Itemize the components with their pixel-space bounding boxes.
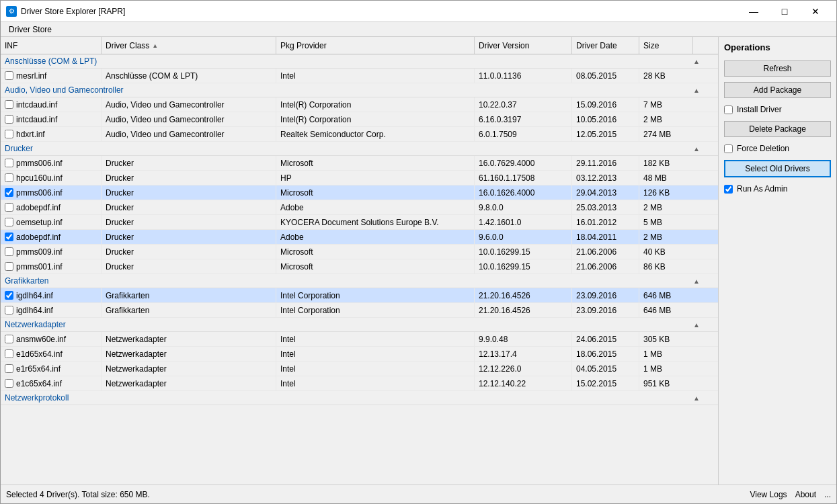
driver-class-cell: Netzwerkadapter (102, 347, 276, 361)
row-checkbox[interactable] (5, 306, 13, 314)
table-row[interactable]: e1r65x64.inf Netzwerkadapter Intel 12.12… (1, 362, 718, 376)
row-checkbox-cell[interactable]: adobepdf.inf (1, 230, 102, 244)
row-checkbox[interactable] (5, 335, 13, 343)
table-row[interactable]: e1c65x64.inf Netzwerkadapter Intel 12.12… (1, 376, 718, 391)
inf-filename: pmms001.inf (16, 262, 63, 271)
table-row[interactable]: oemsetup.inf Drucker KYOCERA Document So… (1, 215, 718, 230)
col-pkg-provider[interactable]: Pkg Provider (276, 37, 475, 54)
select-old-drivers-button[interactable]: Select Old Drivers (724, 160, 831, 177)
menu-driver-store[interactable]: Driver Store (3, 24, 57, 36)
force-deletion-checkbox[interactable] (724, 144, 733, 153)
category-row[interactable]: Netzwerkadapter ▲ (1, 318, 718, 332)
row-checkbox-cell[interactable]: hpcu160u.inf (1, 171, 102, 185)
inf-filename: pmms006.inf (16, 159, 63, 168)
row-checkbox[interactable] (5, 71, 13, 80)
pkg-provider-cell: Intel (276, 376, 475, 390)
force-deletion-label[interactable]: Force Deletion (737, 144, 789, 153)
col-driver-class[interactable]: Driver Class ▲ (102, 37, 276, 54)
category-row[interactable]: Drucker ▲ (1, 142, 718, 156)
row-checkbox[interactable] (5, 173, 13, 182)
delete-package-button[interactable]: Delete Package (724, 121, 831, 137)
row-checkbox-cell[interactable]: hdxrt.inf (1, 127, 102, 141)
table-row[interactable]: igdlh64.inf Grafikkarten Intel Corporati… (1, 303, 718, 318)
table-row[interactable]: pmms006.inf Drucker Microsoft 16.0.1626.… (1, 185, 718, 200)
row-checkbox-cell[interactable]: pmms009.inf (1, 245, 102, 259)
col-driver-date[interactable]: Driver Date (572, 37, 639, 54)
category-row[interactable]: Netzwerkprotokoll ▲ (1, 391, 718, 405)
row-checkbox-cell[interactable]: ansmw60e.inf (1, 332, 102, 346)
category-row[interactable]: Grafikkarten ▲ (1, 274, 718, 288)
pkg-provider-cell: Microsoft (276, 245, 475, 259)
size-cell: 305 KB (639, 332, 693, 346)
row-checkbox-cell[interactable]: intcdaud.inf (1, 112, 102, 126)
row-checkbox[interactable] (5, 159, 13, 167)
row-checkbox-cell[interactable]: oemsetup.inf (1, 215, 102, 229)
row-checkbox[interactable] (5, 233, 13, 241)
row-checkbox-cell[interactable]: intcdaud.inf (1, 97, 102, 112)
row-checkbox[interactable] (5, 218, 13, 226)
maximize-button[interactable]: □ (769, 1, 800, 22)
table-row[interactable]: pmms006.inf Drucker Microsoft 16.0.7629.… (1, 156, 718, 171)
col-driver-version[interactable]: Driver Version (475, 37, 572, 54)
row-checkbox-cell[interactable]: pmms006.inf (1, 185, 102, 200)
category-row[interactable]: Anschlüsse (COM & LPT) ▲ (1, 54, 718, 69)
row-checkbox-cell[interactable]: pmms006.inf (1, 156, 102, 170)
table-row[interactable]: igdlh64.inf Grafikkarten Intel Corporati… (1, 288, 718, 303)
category-collapse-arrow: ▲ (693, 321, 700, 329)
row-checkbox-cell[interactable]: e1d65x64.inf (1, 347, 102, 361)
category-name: Drucker (5, 144, 33, 153)
row-checkbox-cell[interactable]: e1c65x64.inf (1, 376, 102, 390)
table-row[interactable]: intcdaud.inf Audio, Video und Gamecontro… (1, 112, 718, 127)
row-checkbox[interactable] (5, 364, 13, 373)
row-checkbox[interactable] (5, 130, 13, 138)
category-cell: Drucker ▲ (1, 142, 704, 155)
driver-date-cell: 08.05.2015 (572, 69, 639, 83)
size-cell: 40 KB (639, 245, 693, 259)
row-checkbox[interactable] (5, 115, 13, 124)
minimize-button[interactable]: — (738, 1, 769, 22)
row-checkbox-cell[interactable]: pmms001.inf (1, 259, 102, 274)
row-checkbox-cell[interactable]: igdlh64.inf (1, 288, 102, 302)
table-row[interactable]: pmms009.inf Drucker Microsoft 10.0.16299… (1, 245, 718, 259)
row-checkbox[interactable] (5, 349, 13, 358)
table-row[interactable]: intcdaud.inf Audio, Video und Gamecontro… (1, 97, 718, 112)
table-row[interactable]: ansmw60e.inf Netzwerkadapter Intel 9.9.0… (1, 332, 718, 347)
row-checkbox[interactable] (5, 379, 13, 388)
pkg-provider-cell: Intel (276, 69, 475, 83)
inf-filename: intcdaud.inf (16, 115, 57, 124)
run-as-admin-label[interactable]: Run As Admin (737, 184, 787, 194)
pkg-provider-cell: Intel(R) Corporation (276, 97, 475, 112)
col-inf[interactable]: INF (1, 37, 102, 54)
row-checkbox[interactable] (5, 188, 13, 197)
row-checkbox-cell[interactable]: mesrl.inf (1, 69, 102, 83)
row-checkbox[interactable] (5, 262, 13, 271)
table-row[interactable]: e1d65x64.inf Netzwerkadapter Intel 12.13… (1, 347, 718, 362)
add-package-button[interactable]: Add Package (724, 82, 831, 98)
install-driver-label[interactable]: Install Driver (737, 105, 782, 114)
row-checkbox[interactable] (5, 203, 13, 212)
row-checkbox-cell[interactable]: e1r65x64.inf (1, 362, 102, 376)
row-checkbox[interactable] (5, 291, 13, 300)
table-body[interactable]: Anschlüsse (COM & LPT) ▲ mesrl.inf Ansch… (1, 54, 718, 485)
row-checkbox-cell[interactable]: adobepdf.inf (1, 200, 102, 214)
pkg-provider-cell: Intel(R) Corporation (276, 112, 475, 126)
row-checkbox[interactable] (5, 247, 13, 256)
row-checkbox-cell[interactable]: igdlh64.inf (1, 303, 102, 317)
run-as-admin-checkbox[interactable] (724, 185, 733, 194)
close-button[interactable]: ✕ (800, 1, 831, 22)
table-row[interactable]: adobepdf.inf Drucker Adobe 9.8.0.0 25.03… (1, 200, 718, 215)
table-row[interactable]: mesrl.inf Anschlüsse (COM & LPT) Intel 1… (1, 69, 718, 83)
col-size[interactable]: Size (639, 37, 693, 54)
about-link[interactable]: About (795, 490, 816, 499)
table-row[interactable]: pmms001.inf Drucker Microsoft 10.0.16299… (1, 259, 718, 274)
category-row[interactable]: Audio, Video und Gamecontroller ▲ (1, 83, 718, 97)
table-row[interactable]: hdxrt.inf Audio, Video und Gamecontrolle… (1, 127, 718, 142)
row-checkbox[interactable] (5, 100, 13, 109)
table-row[interactable]: hpcu160u.inf Drucker HP 61.160.1.17508 0… (1, 171, 718, 185)
install-driver-checkbox[interactable] (724, 106, 733, 114)
category-cell: Grafikkarten ▲ (1, 274, 704, 288)
driver-date-cell: 04.05.2015 (572, 362, 639, 376)
view-logs-link[interactable]: View Logs (750, 490, 787, 499)
refresh-button[interactable]: Refresh (724, 60, 831, 77)
table-row[interactable]: adobepdf.inf Drucker Adobe 9.6.0.0 18.04… (1, 230, 718, 245)
